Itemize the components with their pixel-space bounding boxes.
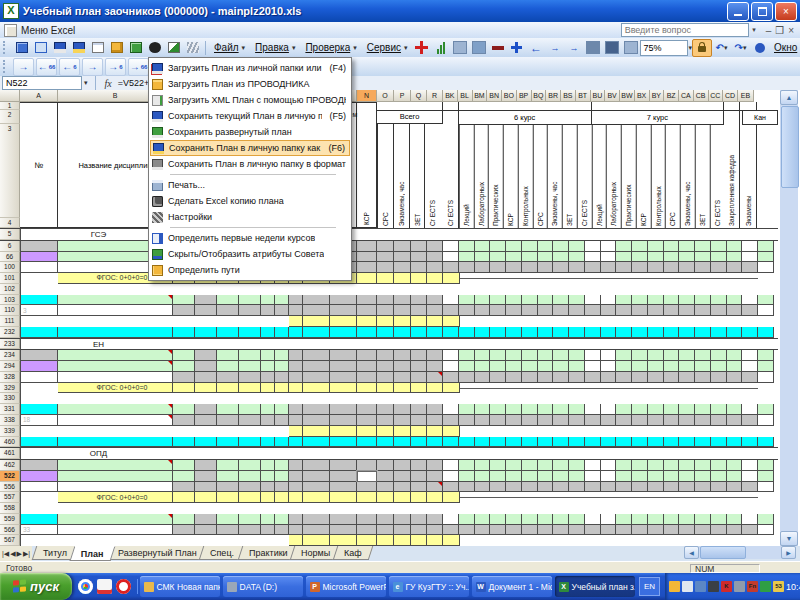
cell[interactable] <box>553 372 569 383</box>
cell[interactable] <box>443 503 459 514</box>
cell[interactable] <box>585 426 601 437</box>
cell[interactable] <box>695 471 711 482</box>
cell[interactable] <box>490 471 506 482</box>
taskbar-button[interactable]: WДокумент 1 - Mic... <box>472 576 552 597</box>
cell[interactable] <box>289 415 303 426</box>
cell[interactable] <box>742 471 758 482</box>
cell[interactable] <box>58 503 173 514</box>
cell[interactable] <box>664 460 680 471</box>
cell[interactable] <box>261 471 275 482</box>
column-header-BW[interactable]: BW <box>620 90 635 102</box>
undo-icon[interactable]: ↶▾ <box>713 40 730 56</box>
cell[interactable] <box>394 284 411 295</box>
cell[interactable] <box>427 426 443 437</box>
cell[interactable] <box>680 426 696 437</box>
cell[interactable] <box>585 229 601 240</box>
menu-item[interactable]: Загрузить XML План с помощью ПРОВОДНИКА <box>150 92 350 108</box>
cell[interactable] <box>569 372 585 383</box>
cell[interactable] <box>195 339 217 350</box>
cell[interactable] <box>538 339 554 350</box>
cell[interactable] <box>58 393 173 404</box>
cell[interactable] <box>289 492 303 503</box>
cell[interactable] <box>695 460 711 471</box>
cell[interactable] <box>491 316 507 327</box>
column-header-O[interactable]: O <box>377 90 394 102</box>
cell[interactable] <box>377 492 394 503</box>
cell[interactable] <box>289 284 303 295</box>
cell[interactable] <box>569 305 585 316</box>
cell[interactable] <box>394 415 411 426</box>
cell[interactable] <box>727 460 743 471</box>
row-header-331[interactable]: 331 <box>0 404 20 415</box>
cell[interactable] <box>553 350 569 361</box>
cell[interactable] <box>443 350 459 361</box>
cell[interactable] <box>632 503 648 514</box>
cell[interactable] <box>217 284 239 295</box>
cell[interactable] <box>742 514 758 525</box>
cell[interactable] <box>758 383 774 394</box>
cell[interactable] <box>275 492 289 503</box>
cell[interactable] <box>507 383 523 394</box>
cell[interactable] <box>632 415 648 426</box>
cell[interactable] <box>261 284 275 295</box>
cell[interactable] <box>58 415 173 426</box>
cell[interactable] <box>261 448 275 459</box>
cell[interactable] <box>475 361 491 372</box>
cell[interactable] <box>20 437 58 448</box>
cell[interactable] <box>727 241 743 252</box>
cell[interactable] <box>330 514 357 525</box>
column-header-BX[interactable]: BX <box>635 90 650 102</box>
cell[interactable] <box>58 471 173 482</box>
cell[interactable] <box>522 393 538 404</box>
scroll-down-icon[interactable]: ▼ <box>780 531 798 546</box>
cell[interactable] <box>695 372 711 383</box>
cell[interactable] <box>173 437 195 448</box>
cell[interactable] <box>377 448 394 459</box>
cell[interactable] <box>261 361 275 372</box>
cell[interactable] <box>632 252 648 263</box>
cell[interactable] <box>491 535 507 546</box>
cell[interactable] <box>522 404 538 415</box>
cell[interactable] <box>459 372 475 383</box>
cell[interactable] <box>411 273 427 284</box>
cell[interactable] <box>261 316 275 327</box>
cell[interactable] <box>443 426 460 437</box>
cell[interactable] <box>173 404 195 415</box>
cell[interactable] <box>538 437 554 448</box>
tab-Развернутый План[interactable]: Развернутый План <box>106 546 207 560</box>
cell[interactable] <box>239 437 261 448</box>
cell[interactable] <box>303 284 330 295</box>
cell[interactable] <box>679 350 695 361</box>
cell[interactable] <box>616 471 632 482</box>
cell[interactable] <box>711 426 727 437</box>
cell[interactable] <box>330 404 357 415</box>
cell[interactable] <box>742 393 758 404</box>
cell[interactable] <box>394 262 411 273</box>
cell[interactable] <box>506 393 522 404</box>
cell[interactable] <box>695 482 711 493</box>
cell[interactable] <box>695 361 711 372</box>
cell[interactable] <box>553 229 569 240</box>
cell[interactable] <box>275 327 289 338</box>
cell[interactable] <box>522 284 538 295</box>
cell[interactable] <box>303 525 330 536</box>
cell[interactable] <box>664 404 680 415</box>
cell[interactable] <box>727 448 743 459</box>
insert-row-icon[interactable] <box>508 40 525 56</box>
cell[interactable] <box>357 471 377 482</box>
cell[interactable] <box>58 372 173 383</box>
cell[interactable] <box>538 492 554 503</box>
cell[interactable] <box>289 482 303 493</box>
doc-close-button[interactable]: × <box>788 25 794 36</box>
cell[interactable] <box>275 372 289 383</box>
cell[interactable] <box>585 316 601 327</box>
cell[interactable] <box>289 295 303 306</box>
cell[interactable] <box>427 273 443 284</box>
cell[interactable] <box>553 460 569 471</box>
cell[interactable] <box>632 482 648 493</box>
cell[interactable] <box>217 305 239 316</box>
cell[interactable] <box>411 262 427 273</box>
row-header-330[interactable]: 330 <box>0 393 20 404</box>
cell[interactable] <box>569 404 585 415</box>
scroll-left-icon[interactable]: ◀ <box>684 546 699 559</box>
